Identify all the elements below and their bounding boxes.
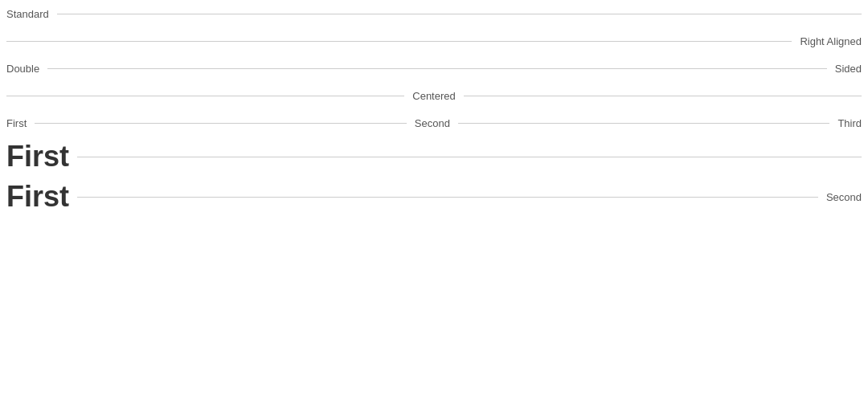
standard-label: Standard: [6, 8, 49, 20]
double-right-label: Sided: [835, 63, 862, 75]
big-first-line-2: [77, 197, 818, 198]
big-first-line-1: [77, 157, 862, 157]
three-part-line-2: [458, 123, 830, 124]
double-line: [47, 68, 827, 69]
centered-divider: Centered: [0, 82, 868, 109]
right-aligned-line: [6, 41, 792, 42]
three-part-second-label: Second: [415, 117, 450, 129]
big-first-right-label: Second: [826, 191, 862, 203]
double-sided-divider: Double Sided: [0, 55, 868, 82]
right-aligned-label: Right Aligned: [800, 35, 862, 47]
big-first-divider-1: First: [0, 137, 868, 177]
big-first-label-2: First: [6, 180, 69, 214]
double-left-label: Double: [6, 63, 39, 75]
standard-divider: Standard: [0, 0, 868, 27]
three-part-first-label: First: [6, 117, 27, 129]
big-first-label-1: First: [6, 140, 69, 173]
centered-line-left: [6, 96, 404, 96]
centered-line-right: [464, 96, 862, 96]
right-aligned-divider: Right Aligned: [0, 27, 868, 55]
standard-line: [57, 14, 862, 14]
big-first-divider-2: First Second: [0, 177, 868, 217]
centered-label: Centered: [412, 90, 455, 102]
three-part-third-label: Third: [837, 117, 862, 129]
three-part-line-1: [35, 123, 407, 124]
three-part-divider: First Second Third: [0, 109, 868, 137]
